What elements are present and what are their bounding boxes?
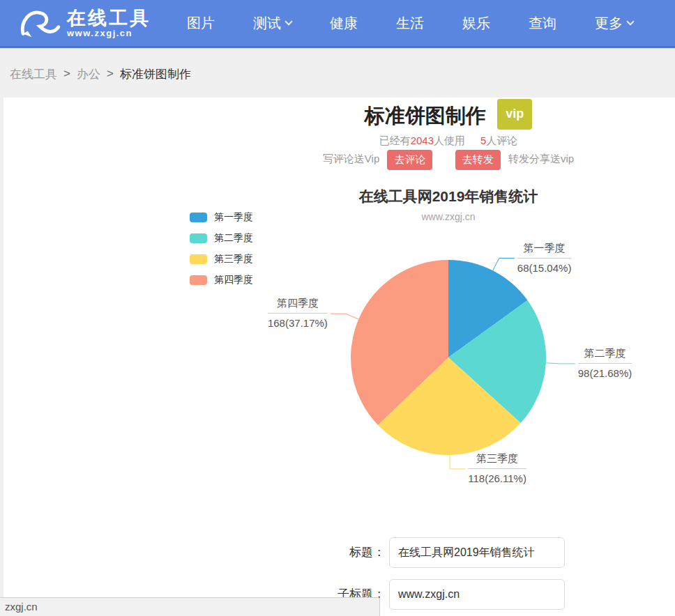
subtitle-field[interactable]: [389, 579, 565, 610]
pie-label-q1: 第一季度 68(15.04%): [517, 241, 572, 275]
pie-label-q4: 第四季度 168(37.17%): [268, 296, 328, 330]
title-field[interactable]: [389, 537, 565, 568]
pie-label-line: [546, 363, 575, 364]
pie-label-q2: 第二季度 98(21.68%): [578, 346, 632, 380]
pie-label-q3: 第三季度 118(26.11%): [468, 452, 526, 486]
title-field-label: 标题：: [349, 545, 385, 560]
pie-label-line: [493, 259, 515, 271]
pie-label-line: [331, 314, 358, 319]
pie-label-line: [450, 455, 465, 469]
status-bar: zxgj.cn: [0, 597, 380, 616]
pie-chart[interactable]: [0, 0, 675, 616]
